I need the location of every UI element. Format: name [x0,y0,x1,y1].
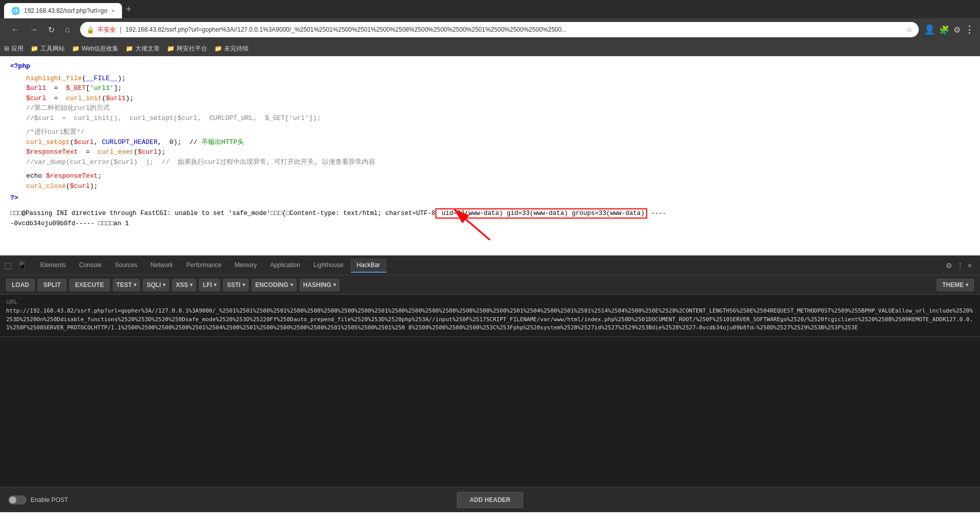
code-var-response2: $responseText [46,171,97,181]
devtools-close-icon[interactable]: × [968,261,972,270]
bookmark-tools-label: 工具网站 [40,44,65,53]
bookmark-tools[interactable]: 📁 工具网站 [31,44,65,53]
code-plain-21 [10,181,26,192]
code-comment-4: //var_dump(curl_error($curl) ); // 如果执行c… [10,157,375,168]
code-plain-5: [ [86,83,90,93]
tab-lighthouse[interactable]: Lighthouse [307,258,350,273]
load-button[interactable]: LOAD [6,279,35,291]
code-plain-14: , 0); // [158,137,198,148]
tab-sources[interactable]: Sources [109,258,143,273]
bookmark-web-info[interactable]: 📁 Web信息收集 [72,44,118,53]
enable-post-section[interactable]: Enable POST [8,495,68,505]
tab-performance[interactable]: Performance [180,258,228,273]
enable-post-label: Enable POST [31,496,68,504]
output-text-before: □□□@Passing INI directive through FastCG… [10,210,435,217]
folder-icon-4: 📁 [167,45,175,52]
add-header-button[interactable]: ADD HEADER [457,492,523,508]
code-plain-18: ); [158,147,166,157]
code-fn-setopt1: curl_setopt [26,137,70,148]
code-fn-init: curl_init [66,93,102,104]
tab-elements[interactable]: Elements [34,258,72,273]
back-button[interactable]: ← [8,23,22,36]
page-output: □□□@Passing INI directive through FastCG… [10,208,970,229]
settings-icon[interactable]: ⚙ [953,25,961,35]
devtools-tab-bar: ⬚ 📱 Elements Console Sources Network Per… [0,256,980,275]
security-label: 不安全 [97,26,116,34]
tab-hackbar[interactable]: HackBar [351,258,386,273]
devtools-inspect-icon[interactable]: ⬚ [4,260,12,270]
bookmark-todo-label: 未完待续 [224,44,249,53]
code-var-url1-2: $url1 [106,93,126,104]
devtools-settings-icon[interactable]: ⚙ [946,261,952,270]
toggle-knob [9,496,16,504]
tab-application[interactable]: Application [264,258,306,273]
address-separator: | [120,26,121,33]
test-dropdown[interactable]: TEST [113,279,140,291]
folder-icon-5: 📁 [214,45,222,52]
code-plain-6: ]; [114,83,122,93]
lfi-dropdown[interactable]: LFI [199,279,220,291]
bookmark-apps[interactable]: ⊞ 应用 [4,44,23,53]
execute-button[interactable]: EXECUTE [69,279,110,291]
code-var-curl3: $curl [138,147,158,157]
url-label: URL [6,299,974,305]
enable-post-toggle[interactable] [8,495,27,505]
new-tab-button[interactable]: + [122,4,136,15]
output-line2: -0vcdb34oju09b8fd----- □□□□an 1 [10,220,129,227]
code-plain-2: ); [118,74,126,84]
devtools-device-icon[interactable]: 📱 [17,260,27,270]
bookmark-todo[interactable]: 📁 未完待续 [214,44,249,53]
code-plain-12: ( [70,137,74,148]
security-icon: 🔒 [86,26,94,34]
profile-icon[interactable]: 👤 [924,24,935,35]
devtools-more-icon[interactable]: ⋮ [957,261,964,270]
code-str-url1: 'url1' [90,83,114,93]
url-value[interactable]: http://192.168.43.82/ssrf.php?url=gopher… [6,307,974,332]
code-comment-http: 不输出HTTP头 [198,137,244,148]
hashing-dropdown[interactable]: HASHING [300,279,339,291]
theme-dropdown[interactable]: THEME [937,279,974,291]
code-var-url1: $url1 [26,83,46,93]
code-plain-19: echo [10,171,46,181]
output-dashes: ---- [647,210,667,217]
forward-button[interactable]: → [27,23,41,36]
extension-icon[interactable]: 🧩 [939,25,949,35]
home-button[interactable]: ⌂ [62,23,73,36]
active-tab[interactable]: 🌐 192.168.43.82/ssrf.php?url=go × [4,3,122,18]
bookmark-security[interactable]: 📁 网安社平台 [167,44,207,53]
bookmark-apps-label: 应用 [11,44,23,53]
bookmark-articles-label: 大佬文章 [135,44,160,53]
address-bar[interactable]: 🔒 不安全 | 192.168.43.82/ssrf.php?url=gophe… [80,22,919,37]
code-var-get: $_GET [66,83,86,93]
refresh-button[interactable]: ↻ [45,23,58,37]
code-comment-2: //$curl = curl_init(), curl_setopt($curl… [10,113,321,124]
ssti-dropdown[interactable]: SSTI [223,279,249,291]
encoding-dropdown[interactable]: ENCODING [252,279,297,291]
code-plain-13: , [94,137,102,148]
bookmark-articles[interactable]: 📁 大佬文章 [126,44,160,53]
menu-icon[interactable]: ⋮ [965,24,974,35]
tab-close-button[interactable]: × [111,8,114,14]
tab-network[interactable]: Network [144,258,179,273]
code-display: <?php highlight_file(__FILE__); $url1 = … [10,61,970,204]
xss-dropdown[interactable]: XSS [172,279,196,291]
code-plain-10: ); [126,93,134,104]
code-var-curl4: $curl [70,181,90,192]
tab-title: 192.168.43.82/ssrf.php?url=go [24,7,107,14]
folder-icon-2: 📁 [72,45,80,52]
hackbar-content: URL http://192.168.43.82/ssrf.php?url=go… [0,295,980,487]
code-var-curl2: $curl [74,137,94,148]
tab-favicon: 🌐 [11,7,20,15]
code-var-curl: $curl [26,93,46,104]
tab-console[interactable]: Console [73,258,108,273]
page-content: <?php highlight_file(__FILE__); $url1 = … [0,56,980,255]
sqli-dropdown[interactable]: SQLI [143,279,169,291]
code-plain-17: ( [134,147,138,157]
address-bar-icons: ☆ [906,26,913,34]
tab-memory[interactable]: Memory [229,258,263,273]
split-button[interactable]: SPLIT [38,279,66,291]
code-const: __FILE__ [86,74,117,84]
star-icon[interactable]: ☆ [906,26,913,34]
uid-output-highlighted: uid=33(www-data) gid=33(www-data) groups… [435,208,647,219]
code-plain-16: = [78,147,98,157]
